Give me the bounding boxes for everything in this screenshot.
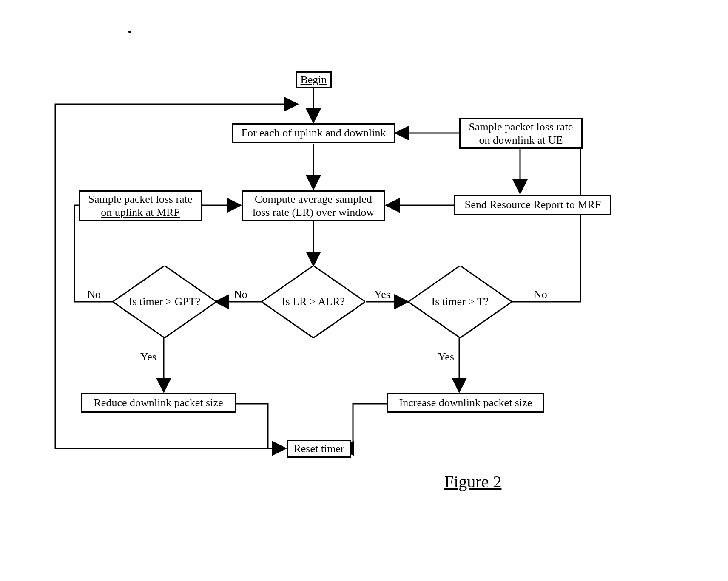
node-increase: Increase downlink packet size (387, 393, 544, 413)
edge-label-no-alr: No (234, 288, 247, 301)
node-reset: Reset timer (287, 440, 351, 458)
node-begin-label: Begin (300, 73, 327, 86)
artifact-dot (128, 31, 131, 33)
node-sample-dl-ue-label: Sample packet loss rate on downlink at U… (465, 120, 577, 147)
node-compute-avg-label: Compute average sampled loss rate (LR) o… (247, 193, 380, 219)
node-for-each: For each of uplink and downlink (232, 123, 395, 143)
node-for-each-label: For each of uplink and downlink (241, 126, 386, 139)
decision-gpt: Is timer > GPT? (113, 266, 216, 338)
decision-t-label: Is timer > T? (432, 295, 489, 308)
decision-alr-label: Is LR > ALR? (282, 295, 345, 308)
decision-t: Is timer > T? (408, 266, 512, 338)
edge-label-yes-gpt: Yes (140, 351, 156, 363)
node-reduce-label: Reduce downlink packet size (94, 396, 223, 409)
node-compute-avg: Compute average sampled loss rate (LR) o… (242, 190, 385, 221)
node-increase-label: Increase downlink packet size (399, 396, 532, 409)
edge-label-no-gpt: No (87, 288, 101, 301)
figure-caption: Figure 2 (444, 472, 501, 492)
flowchart-canvas: Begin For each of uplink and downlink Sa… (0, 0, 728, 581)
node-send-report: Send Resource Report to MRF (454, 195, 611, 215)
node-reduce: Reduce downlink packet size (81, 393, 236, 413)
node-send-report-label: Send Resource Report to MRF (465, 198, 601, 211)
node-sample-ul-mrf-label: Sample packet loss rate on uplink at MRF (84, 193, 196, 219)
edge-label-yes-t: Yes (438, 351, 454, 363)
node-sample-dl-ue: Sample packet loss rate on downlink at U… (459, 118, 583, 149)
edge-label-no-t: No (534, 288, 547, 301)
node-reset-label: Reset timer (293, 442, 344, 455)
decision-gpt-label: Is timer > GPT? (129, 295, 200, 308)
decision-alr: Is LR > ALR? (262, 266, 365, 338)
node-sample-ul-mrf: Sample packet loss rate on uplink at MRF (79, 190, 202, 221)
node-begin: Begin (296, 71, 332, 88)
edge-label-yes-alr: Yes (374, 288, 390, 301)
